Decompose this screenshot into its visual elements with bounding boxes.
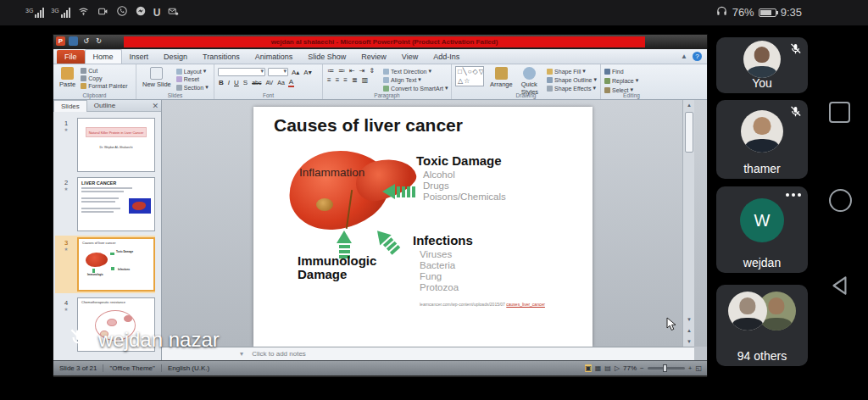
format-painter-button[interactable]: Format Painter xyxy=(81,83,127,89)
tab-view[interactable]: View xyxy=(394,50,426,64)
transition-star-icon: ★ xyxy=(55,307,77,312)
underline-button[interactable]: U xyxy=(233,79,240,86)
undo-icon[interactable]: ↺ xyxy=(81,36,91,46)
language-indicator[interactable]: English (U.K.) xyxy=(162,364,215,372)
shape-fill-button[interactable]: Shape Fill ▾ xyxy=(547,68,597,75)
screen-record-icon xyxy=(97,5,109,20)
panel-tab-slides[interactable]: Slides xyxy=(53,100,87,112)
inflammation-label: Inflammation xyxy=(299,166,364,179)
tab-add-ins[interactable]: Add-Ins xyxy=(426,50,467,64)
layout-button[interactable]: Layout ▾ xyxy=(176,68,209,75)
character-spacing-button[interactable]: AV xyxy=(264,80,274,86)
scroll-down-icon[interactable]: ▼ xyxy=(683,314,695,325)
minimize-ribbon-icon[interactable]: ▲ xyxy=(681,53,687,60)
font-color-button[interactable]: A xyxy=(288,78,294,87)
slide-thumbnail-1[interactable]: Natural Killer Protein in Liver Cancer D… xyxy=(77,118,155,172)
signal-3g-icon-2: 3G xyxy=(51,8,70,18)
slide-thumbnail-2[interactable]: LIVER CANCER xyxy=(77,177,155,231)
strikethrough-button[interactable]: abc xyxy=(251,80,262,86)
panel-tab-outline[interactable]: Outline xyxy=(87,100,122,111)
vertical-scrollbar[interactable]: ▲ ▼ ▲ ▼ xyxy=(682,100,694,347)
presenter-overlay: wejdan nazar xyxy=(68,327,220,353)
tab-animations[interactable]: Animations xyxy=(248,50,301,64)
group-paragraph: ≔ ≕ ⇤ ⇥ ⇕ ≡ ≡ ≡ ≣ ▥ xyxy=(323,64,452,99)
arrange-button[interactable]: Arrange xyxy=(487,66,515,89)
fit-to-window-button[interactable]: ◱ xyxy=(695,364,702,372)
redo-icon[interactable]: ↻ xyxy=(94,36,103,46)
find-button[interactable]: Find xyxy=(604,69,659,75)
tab-transitions[interactable]: Transitions xyxy=(195,50,248,64)
change-case-button[interactable]: Aa xyxy=(276,80,286,86)
scrollbar-thumb[interactable] xyxy=(685,112,693,153)
cut-button[interactable]: Cut xyxy=(81,68,127,74)
participant-tile-thamer[interactable]: thamer xyxy=(716,100,808,179)
justify-button[interactable]: ≣ xyxy=(351,76,359,84)
nav-recents-button[interactable] xyxy=(829,102,850,123)
tab-slide-show[interactable]: Slide Show xyxy=(300,50,353,64)
decrease-indent-button[interactable]: ⇤ xyxy=(348,67,356,75)
font-name-combo[interactable] xyxy=(218,68,265,76)
help-icon[interactable]: ? xyxy=(693,52,702,61)
window-title: wejdan al shalaechi - Microsoft PowerPoi… xyxy=(124,36,645,47)
nav-home-button[interactable] xyxy=(829,189,852,212)
increase-indent-button[interactable]: ⇥ xyxy=(359,67,366,75)
copy-button[interactable]: Copy xyxy=(81,75,127,81)
italic-button[interactable]: I xyxy=(227,79,231,86)
participant-tile-you[interactable]: You xyxy=(716,37,808,93)
align-right-button[interactable]: ≡ xyxy=(342,76,348,84)
zoom-slider[interactable] xyxy=(648,367,685,369)
smartart-button[interactable]: Convert to SmartArt ▾ xyxy=(383,85,448,92)
current-slide[interactable]: Causes of liver cancer Inflammation Toxi… xyxy=(253,107,593,347)
immunologic-damage-heading: Immunologic Damage xyxy=(298,254,376,281)
slide-thumbnail-3-selected[interactable]: Causes of liver cancer Toxic Damage Infe… xyxy=(77,237,155,292)
nav-back-button[interactable] xyxy=(827,273,853,302)
align-center-button[interactable]: ≡ xyxy=(335,76,341,84)
notes-area[interactable]: ▾ Click to add notes xyxy=(162,347,694,360)
slide-sorter-view-button[interactable]: ▦ xyxy=(595,364,602,372)
paste-button[interactable]: Paste xyxy=(57,66,78,89)
reset-button[interactable]: Reset xyxy=(176,76,209,82)
participant-tile-wejdan[interactable]: W wejdan xyxy=(716,186,808,273)
tab-file[interactable]: File xyxy=(57,50,85,64)
tab-review[interactable]: Review xyxy=(353,50,394,64)
zoom-out-icon[interactable]: − xyxy=(640,364,644,372)
shape-effects-button[interactable]: Shape Effects ▾ xyxy=(547,85,597,92)
columns-button[interactable]: ▥ xyxy=(361,76,370,84)
new-slide-button[interactable]: New Slide xyxy=(140,66,174,91)
text-direction-button[interactable]: Text Direction ▾ xyxy=(383,68,448,75)
previous-slide-button[interactable]: ▲ xyxy=(683,325,695,336)
align-left-button[interactable]: ≡ xyxy=(326,76,332,84)
zoom-level[interactable]: 77% xyxy=(623,364,637,372)
shapes-gallery[interactable]: □╲○◇▽△☆（）⌒ xyxy=(455,66,484,86)
shrink-font-button[interactable]: A▾ xyxy=(303,69,312,76)
tab-design[interactable]: Design xyxy=(156,50,195,64)
thumb4-title: Chemotherapeutic resistance xyxy=(78,298,154,304)
font-size-combo[interactable] xyxy=(268,68,288,76)
line-spacing-button[interactable]: ⇕ xyxy=(368,67,376,75)
zoom-in-icon[interactable]: + xyxy=(688,364,693,372)
reading-view-button[interactable]: ▤ xyxy=(604,364,611,372)
tab-home[interactable]: Home xyxy=(85,49,122,64)
section-button[interactable]: Section ▾ xyxy=(176,84,209,91)
scroll-up-icon[interactable]: ▲ xyxy=(683,100,695,110)
notes-splitter-icon[interactable]: ▾ xyxy=(240,350,243,358)
bullets-button[interactable]: ≔ xyxy=(326,67,335,75)
tab-insert[interactable]: Insert xyxy=(122,50,157,64)
numbering-button[interactable]: ≕ xyxy=(337,67,346,75)
save-icon[interactable] xyxy=(69,36,78,46)
grow-font-button[interactable]: A▴ xyxy=(291,69,300,76)
participant-tile-others[interactable]: 94 others xyxy=(716,285,808,366)
mic-muted-icon xyxy=(789,105,802,118)
slideshow-view-button[interactable]: ▷ xyxy=(615,364,620,372)
replace-button[interactable]: Replace ▾ xyxy=(604,77,659,84)
shadow-button[interactable]: S xyxy=(242,79,248,86)
shape-outline-button[interactable]: Shape Outline ▾ xyxy=(547,76,597,83)
align-text-button[interactable]: Align Text ▾ xyxy=(383,76,448,83)
bold-button[interactable]: B xyxy=(218,79,225,86)
normal-view-button[interactable]: ▣ xyxy=(585,364,592,372)
close-panel-icon[interactable]: ✕ xyxy=(152,102,159,110)
theme-name[interactable]: "Office Theme" xyxy=(103,364,161,372)
more-options-icon[interactable] xyxy=(786,193,801,197)
next-slide-button[interactable]: ▼ xyxy=(683,336,695,347)
group-clipboard: Paste Cut Copy Format Painter Clipboard xyxy=(53,64,136,99)
